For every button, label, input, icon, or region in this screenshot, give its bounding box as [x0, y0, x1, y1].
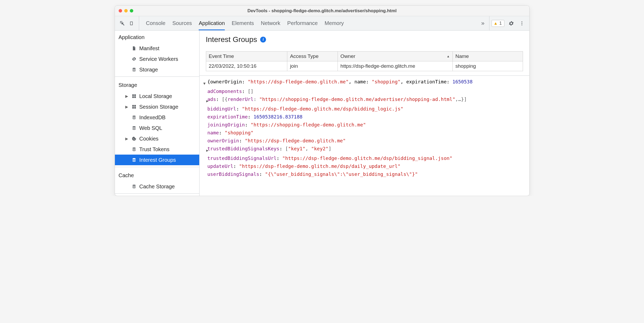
table-cell: join	[287, 61, 338, 71]
window-title: DevTools - shopping-fledge-demo.glitch.m…	[115, 8, 529, 14]
sort-asc-icon: ▲	[447, 54, 450, 58]
db-icon	[131, 125, 137, 131]
info-icon[interactable]: i	[260, 37, 266, 42]
object-property-trustedBiddingSignalsUrl: trustedBiddingSignalsUrl: "https://dsp-f…	[202, 154, 529, 162]
file-icon	[131, 46, 137, 51]
sidebar-item-local-storage[interactable]: ▶Local Storage	[115, 91, 199, 101]
db-icon	[131, 157, 137, 163]
sidebar-item-indexeddb[interactable]: IndexedDB	[115, 112, 199, 123]
caret-icon	[202, 129, 207, 130]
table-cell: 22/03/2022, 10:50:16	[206, 61, 287, 71]
more-tabs-button[interactable]: »	[476, 16, 489, 30]
caret-icon	[202, 162, 207, 164]
caret-icon: ▶	[202, 95, 207, 105]
sidebar-item-web-sql[interactable]: Web SQL	[115, 123, 199, 133]
warning-icon: ▲	[493, 21, 498, 26]
caret-icon: ▶	[125, 94, 129, 98]
object-property-updateUrl: updateUrl: "https://dsp-fledge-demo.glit…	[202, 162, 529, 170]
object-line: adComponents: []	[207, 87, 254, 95]
db-icon	[131, 67, 137, 72]
tab-performance[interactable]: Performance	[287, 16, 318, 30]
sidebar-item-label: Cache Storage	[139, 184, 175, 190]
tab-console[interactable]: Console	[146, 16, 165, 30]
sidebar-item-manifest[interactable]: Manifest	[115, 43, 199, 54]
kebab-menu-icon[interactable]	[518, 20, 526, 27]
sidebar-item-service-workers[interactable]: Service Workers	[115, 54, 199, 64]
caret-icon	[202, 121, 207, 122]
col-event-time[interactable]: Event Time	[206, 52, 287, 61]
toolbar-right: ▲ 1	[489, 16, 529, 30]
sidebar-divider	[115, 167, 199, 167]
db-icon	[131, 147, 137, 152]
svg-point-0	[521, 21, 522, 22]
sidebar-item-label: IndexedDB	[139, 114, 166, 121]
toolbar: ConsoleSourcesApplicationElementsNetwork…	[115, 16, 529, 31]
devtools-window: DevTools - shopping-fledge-demo.glitch.m…	[115, 5, 530, 196]
object-line: ownerOrigin: "https://dsp-fledge-demo.gl…	[207, 137, 346, 145]
warnings-badge[interactable]: ▲ 1	[492, 20, 504, 27]
sidebar-item-interest-groups[interactable]: Interest Groups	[115, 155, 199, 165]
col-name[interactable]: Name	[452, 52, 523, 61]
object-property-trustedBiddingSignalsKeys[interactable]: ▶trustedBiddingSignalsKeys: ["key1", "ke…	[202, 145, 529, 154]
tab-memory[interactable]: Memory	[325, 16, 344, 30]
sidebar-section-storage: Storage	[115, 78, 199, 91]
window-close-button[interactable]	[119, 9, 122, 12]
sidebar-divider	[115, 76, 199, 77]
object-line: biddingUrl: "https://dsp-fledge-demo.gli…	[207, 105, 404, 113]
settings-icon[interactable]	[508, 20, 515, 27]
col-owner[interactable]: Owner▲	[338, 52, 452, 61]
table-cell: shopping	[452, 61, 523, 71]
warning-count: 1	[499, 21, 502, 26]
object-property-ads[interactable]: ▶ads: [{renderUrl: "https://shopping-fle…	[202, 95, 529, 105]
db-icon	[131, 184, 137, 189]
tab-network[interactable]: Network	[261, 16, 280, 30]
object-line: expirationTime: 1650538216.837188	[207, 113, 303, 121]
object-line: trustedBiddingSignalsUrl: "https://dsp-f…	[207, 154, 452, 162]
gear-icon	[131, 56, 137, 62]
table-header-row: Event TimeAccess TypeOwner▲Name	[206, 52, 523, 61]
main-panel: Interest Groups i Event TimeAccess TypeO…	[200, 31, 529, 196]
tab-sources[interactable]: Sources	[172, 16, 192, 30]
caret-icon	[202, 87, 207, 89]
inspect-element-icon[interactable]	[119, 20, 126, 27]
sidebar-item-cookies[interactable]: ▶Cookies	[115, 133, 199, 144]
object-property-biddingUrl: biddingUrl: "https://dsp-fledge-demo.gli…	[202, 105, 529, 113]
sidebar-item-label: Interest Groups	[139, 157, 176, 163]
object-line: updateUrl: "https://dsp-fledge-demo.glit…	[207, 162, 401, 170]
window-maximize-button[interactable]	[130, 9, 133, 12]
sidebar-section-cache: Cache	[115, 169, 199, 181]
tab-application[interactable]: Application	[199, 16, 225, 30]
object-viewer: ▼{ownerOrigin: "https://dsp-fledge-demo.…	[200, 76, 529, 180]
object-property-userBiddingSignals: userBiddingSignals: "{\"user_bidding_sig…	[202, 170, 529, 178]
sidebar-item-label: Manifest	[139, 45, 160, 52]
toolbar-left	[115, 16, 139, 30]
object-line: ads: [{renderUrl: "https://shopping-fled…	[207, 95, 467, 103]
table-row[interactable]: 22/03/2022, 10:50:16joinhttps://dsp-fled…	[206, 61, 523, 71]
sidebar-item-label: Cookies	[139, 136, 159, 142]
sidebar-item-trust-tokens[interactable]: Trust Tokens	[115, 144, 199, 155]
sidebar-divider	[115, 193, 199, 194]
caret-icon	[202, 154, 207, 156]
device-toggle-icon[interactable]	[128, 20, 135, 27]
caret-icon	[202, 137, 207, 138]
sidebar-item-label: Service Workers	[139, 56, 178, 62]
grid-icon	[131, 94, 137, 99]
svg-point-2	[521, 24, 522, 25]
object-summary-row[interactable]: ▼{ownerOrigin: "https://dsp-fledge-demo.…	[202, 78, 529, 87]
sidebar-item-storage[interactable]: Storage	[115, 64, 199, 75]
caret-icon	[202, 113, 207, 114]
tab-elements[interactable]: Elements	[232, 16, 254, 30]
caret-icon	[202, 170, 207, 172]
object-property-name: name: "shopping"	[202, 129, 529, 137]
object-summary: {ownerOrigin: "https://dsp-fledge-demo.g…	[207, 78, 473, 86]
sidebar: ApplicationManifestService WorkersStorag…	[115, 31, 200, 196]
sidebar-section-application: Application	[115, 31, 199, 43]
sidebar-item-session-storage[interactable]: ▶Session Storage	[115, 101, 199, 112]
sidebar-item-cache-storage[interactable]: Cache Storage	[115, 181, 199, 192]
col-access-type[interactable]: Access Type	[287, 52, 338, 61]
object-line: trustedBiddingSignalsKeys: ["key1", "key…	[207, 145, 331, 153]
object-line: userBiddingSignals: "{\"user_bidding_sig…	[207, 170, 418, 178]
window-minimize-button[interactable]	[124, 9, 128, 12]
interest-groups-table: Event TimeAccess TypeOwner▲Name 22/03/20…	[206, 51, 523, 71]
caret-icon	[202, 105, 207, 107]
